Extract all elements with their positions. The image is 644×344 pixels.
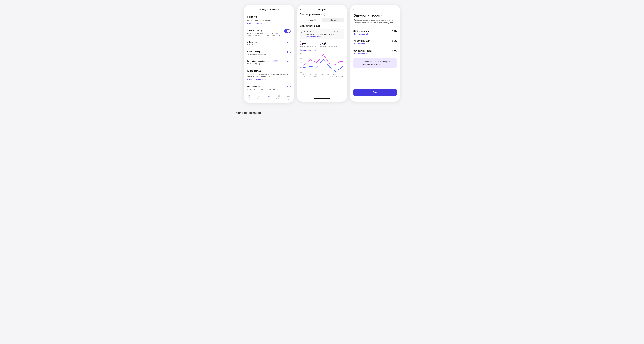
- how-discounts-link[interactable]: How do discounts work?: [247, 79, 290, 81]
- svg-point-16: [310, 59, 311, 60]
- nav-business-label: Business: [276, 98, 282, 100]
- price-range-left: Price range $40 - $220: [247, 41, 286, 46]
- screen2-content: Booked price trends ℹ Same model Similar…: [297, 13, 347, 97]
- svg-point-28: [335, 71, 336, 72]
- booked-price-info-icon[interactable]: ℹ: [324, 13, 326, 16]
- insights-close-button[interactable]: ×: [300, 8, 302, 11]
- svg-point-25: [316, 67, 317, 68]
- custom-pricing-left: Custom pricing Set prices for specific d…: [247, 51, 286, 56]
- last-minute-help[interactable]: ?: [270, 60, 272, 62]
- chevron-down-icon: ▾: [316, 49, 317, 51]
- weekdays-stat: Weekdays $60 Based on 112 booked cars: [320, 41, 337, 47]
- discount-row-30day: 30+ day discount Recommended: 30% 30%: [354, 47, 397, 57]
- svg-point-30: [342, 66, 344, 67]
- automatic-pricing-help[interactable]: ?: [263, 30, 265, 32]
- svg-point-26: [323, 59, 324, 60]
- last-minute-row: Last-minute boost pricing ? Beta* Price …: [247, 58, 290, 67]
- svg-point-38: [357, 61, 359, 63]
- discount-row-7day: 7+ day discount Recommended: 15% 15%: [354, 37, 397, 47]
- discount-30day-left: 30+ day discount Recommended: 30%: [354, 50, 372, 55]
- custom-pricing-edit[interactable]: Edit: [287, 51, 290, 53]
- discount-7day-label: 7+ day discount: [354, 40, 370, 42]
- pricing-section-subtitle: Manage your pricing settings.: [247, 19, 290, 21]
- screen1-title: Pricing & discounts: [258, 8, 279, 11]
- custom-pricing-desc: Set prices for specific days: [247, 53, 286, 56]
- nav-inbox-label: Inbox: [257, 98, 261, 100]
- price-chart: $80 $70 $60 $50 $40: [300, 52, 344, 76]
- notice-text: This data is based on cars booked in a 1…: [306, 31, 339, 35]
- discount-row-3day: 3+ day discount Recommended: 10% 10%: [354, 27, 397, 37]
- weekdays-sub: Based on 112 booked cars: [320, 46, 337, 47]
- nav-more[interactable]: ••• More: [284, 94, 294, 101]
- save-button[interactable]: Save: [354, 89, 397, 96]
- compare-price-button[interactable]: Compare your price ▾: [300, 49, 344, 51]
- svg-point-27: [329, 67, 330, 68]
- svg-rect-5: [280, 95, 280, 97]
- insight-text: Trips lasting seven or more days have a …: [362, 60, 394, 66]
- discount-30day-rec: Recommended: 30%: [354, 53, 372, 55]
- chart-note: Note: The pandemic might have caused unu…: [300, 76, 344, 78]
- how-much-link[interactable]: How much will I earn?: [247, 23, 290, 25]
- screen-insights: × Insights Booked price trends ℹ Same mo…: [297, 5, 347, 102]
- screen3-header: ×: [350, 5, 400, 14]
- svg-text:$50: $50: [300, 67, 302, 68]
- svg-point-15: [303, 65, 304, 66]
- svg-text:$60: $60: [300, 62, 302, 64]
- svg-point-17: [316, 62, 317, 63]
- pricing-section-title: Pricing: [247, 15, 290, 19]
- svg-point-1: [268, 97, 268, 97]
- svg-text:$80: $80: [300, 53, 302, 54]
- weekdays-price: $60: [320, 43, 337, 46]
- nav-inbox[interactable]: Inbox: [254, 94, 264, 101]
- svg-point-20: [335, 64, 336, 65]
- screen-duration-discount: × Duration discount Encourage guests to …: [350, 5, 400, 102]
- svg-rect-3: [278, 96, 278, 97]
- tab-similar-cars[interactable]: Similar cars: [322, 18, 344, 22]
- back-button[interactable]: ←: [247, 8, 250, 11]
- duration-discount-left: Duration discount 3+ day (10%), 7+ day (…: [247, 85, 286, 91]
- svg-text:May: May: [315, 74, 317, 76]
- price-range-edit[interactable]: Edit: [287, 41, 290, 44]
- business-icon: [278, 95, 280, 98]
- discount-7day-value: 15%: [392, 40, 397, 42]
- last-minute-label: Last-minute boost pricing ? Beta*: [247, 60, 286, 62]
- trips-icon: [248, 95, 250, 98]
- lightbulb-icon: [356, 60, 360, 66]
- duration-discount-title: Duration discount: [354, 14, 397, 18]
- automatic-pricing-label: Automatic pricing ?: [247, 29, 283, 32]
- nav-vehicles[interactable]: Vehicles: [264, 94, 274, 101]
- nav-vehicles-label: Vehicles: [266, 98, 272, 100]
- duration-discount-edit[interactable]: Edit: [287, 85, 290, 88]
- weekdays-dot: [320, 44, 321, 45]
- svg-point-8: [304, 33, 304, 34]
- screen2-header: × Insights: [297, 5, 347, 13]
- nav-business[interactable]: Business: [274, 94, 284, 101]
- tab-same-model[interactable]: Same model: [300, 18, 322, 22]
- svg-point-2: [269, 97, 270, 97]
- discount-30day-value: 30%: [392, 50, 397, 52]
- discount-3day-value: 10%: [392, 30, 397, 33]
- svg-text:$40: $40: [300, 72, 302, 73]
- last-minute-desc: Price boost (5%): [247, 63, 286, 65]
- screen2-title: Insights: [318, 8, 326, 11]
- see-sample-cars-link[interactable]: SEE SAMPLE CARS: [306, 36, 342, 38]
- last-minute-edit[interactable]: Edit: [287, 60, 290, 62]
- nav-trips[interactable]: Trips: [244, 94, 254, 101]
- nav-trips-label: Trips: [248, 98, 251, 100]
- discounts-section-subtitle: Set custom discounts to encourage guests…: [247, 73, 290, 78]
- svg-point-21: [340, 61, 341, 62]
- duration-close-button[interactable]: ×: [353, 8, 354, 11]
- svg-point-29: [340, 68, 341, 69]
- price-range-value: $40 - $220: [247, 44, 286, 46]
- beta-badge: Beta*: [273, 60, 278, 62]
- home-indicator-bar: [297, 97, 347, 102]
- insight-card: Trips lasting seven or more days have a …: [354, 58, 397, 68]
- nav-more-label: More: [287, 98, 290, 100]
- svg-rect-0: [268, 96, 270, 97]
- duration-discount-desc: 3+ day (10%), 7+ day (15%), 30+ day (30%…: [247, 88, 286, 91]
- svg-text:Sep: Sep: [341, 74, 343, 76]
- svg-text:Jul: Jul: [327, 74, 329, 76]
- booked-price-trends-title: Booked price trends ℹ: [300, 13, 344, 16]
- automatic-pricing-toggle[interactable]: [284, 29, 290, 33]
- month-label: September 2023: [300, 25, 344, 28]
